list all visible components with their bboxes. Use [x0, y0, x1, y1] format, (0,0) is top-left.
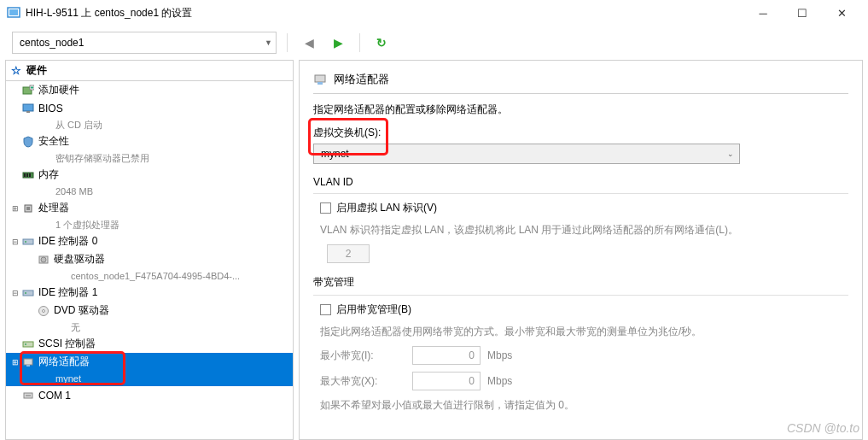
- vlan-enable-checkbox[interactable]: [320, 202, 331, 214]
- nic-icon: [21, 355, 35, 369]
- sidebar-item-com[interactable]: COM 1: [6, 386, 293, 404]
- sidebar-item-dvd[interactable]: DVD 驱动器: [6, 302, 293, 320]
- hardware-icon: ☆: [11, 64, 21, 77]
- nic-icon: [313, 73, 327, 86]
- svg-point-29: [29, 395, 31, 396]
- svg-rect-22: [23, 342, 33, 347]
- sidebar-item-sublabel: 无: [6, 320, 293, 335]
- sidebar-item-cpu[interactable]: ⊞处理器: [6, 199, 293, 217]
- virtual-switch-label: 虚拟交换机(S):: [313, 126, 848, 140]
- vm-selector[interactable]: centos_node1 ▼: [12, 32, 277, 54]
- separator: [313, 193, 848, 194]
- vlan-id-input[interactable]: 2: [327, 244, 370, 263]
- panel-title: 网络适配器: [334, 72, 389, 87]
- vlan-group-title: VLAN ID: [313, 176, 848, 188]
- sidebar-item-sublabel: 从 CD 启动: [6, 117, 293, 132]
- min-bandwidth-input[interactable]: 0: [412, 346, 481, 365]
- sidebar-item-label: 内存: [38, 167, 59, 182]
- tree-expander[interactable]: ⊞: [9, 204, 21, 213]
- sidebar-item-ide[interactable]: ⊟IDE 控制器 0: [6, 232, 293, 250]
- separator: [313, 93, 848, 94]
- virtual-switch-select[interactable]: mynet ⌄: [313, 144, 740, 164]
- separator: [359, 33, 360, 52]
- sidebar-item-ram[interactable]: 内存: [6, 166, 293, 184]
- separator: [313, 295, 848, 296]
- sidebar-item-shield[interactable]: 安全性: [6, 132, 293, 150]
- ram-icon: [21, 168, 35, 182]
- sidebar-item-label: IDE 控制器 0: [38, 234, 97, 249]
- monitor-icon: [21, 102, 35, 115]
- svg-rect-9: [24, 173, 26, 177]
- max-bandwidth-input[interactable]: 0: [412, 372, 481, 390]
- panel-description: 指定网络适配器的配置或移除网络适配器。: [313, 103, 848, 117]
- sidebar-item-label: COM 1: [38, 390, 71, 402]
- watermark: CSDN @to.to: [787, 421, 859, 435]
- virtual-switch-value: mynet: [321, 148, 349, 160]
- svg-rect-14: [23, 239, 33, 244]
- sidebar-item-label: 安全性: [38, 134, 69, 149]
- sidebar-item-monitor[interactable]: BIOS: [6, 99, 293, 117]
- sidebar-item-label: 硬盘驱动器: [54, 252, 105, 267]
- sidebar-header-label: 硬件: [26, 63, 47, 78]
- sidebar-item-label: DVD 驱动器: [54, 303, 109, 318]
- window-title: HIH-L-9511 上 centos_node1 的设置: [26, 6, 743, 21]
- svg-rect-24: [24, 359, 32, 365]
- minimize-button[interactable]: ─: [743, 0, 783, 26]
- svg-point-19: [25, 292, 26, 294]
- sidebar-item-label: BIOS: [38, 103, 63, 114]
- sidebar-item-label: 添加硬件: [38, 83, 79, 97]
- svg-point-28: [27, 395, 29, 396]
- refresh-button[interactable]: ↻: [370, 32, 393, 54]
- bandwidth-group-title: 带宽管理: [313, 275, 848, 290]
- sidebar-item-sublabel: 2048 MB: [6, 184, 293, 199]
- close-button[interactable]: ✕: [822, 0, 861, 26]
- ide-icon: [21, 286, 35, 300]
- bandwidth-enable-label: 启用带宽管理(B): [336, 302, 411, 317]
- vm-selector-value: centos_node1: [20, 37, 84, 49]
- svg-rect-30: [315, 75, 325, 82]
- next-button[interactable]: ▶: [327, 32, 349, 54]
- sidebar-item-ide[interactable]: ⊟IDE 控制器 1: [6, 284, 293, 302]
- svg-rect-6: [23, 104, 33, 111]
- svg-rect-11: [29, 173, 31, 177]
- scsi-icon: [21, 337, 35, 351]
- max-bandwidth-label: 最大带宽(X):: [320, 374, 405, 389]
- vlan-help-text: VLAN 标识符指定虚拟 LAN，该虚拟机将此 LAN 用于通过此网络适配器的所…: [313, 222, 848, 238]
- unit-label: Mbps: [487, 349, 512, 361]
- svg-rect-31: [317, 82, 323, 85]
- hardware-sidebar: ☆ 硬件 添加硬件BIOS从 CD 启动安全性密钥存储驱动器已禁用内存2048 …: [5, 60, 294, 440]
- sidebar-item-label: 处理器: [38, 201, 69, 215]
- cpu-icon: [21, 202, 35, 215]
- main-panel: 网络适配器 指定网络适配器的配置或移除网络适配器。 虚拟交换机(S): myne…: [299, 60, 863, 440]
- svg-point-15: [25, 241, 26, 243]
- footer-hint: 如果不希望对最小值或最大值进行限制，请指定值为 0。: [313, 397, 848, 413]
- sidebar-item-scsi[interactable]: SCSI 控制器: [6, 335, 293, 353]
- chevron-down-icon: ▼: [265, 38, 272, 47]
- sidebar-item-add[interactable]: 添加硬件: [6, 81, 293, 99]
- unit-label: Mbps: [487, 375, 512, 387]
- svg-point-21: [43, 309, 45, 312]
- svg-rect-25: [26, 365, 30, 367]
- chevron-down-icon: ⌄: [727, 150, 734, 158]
- bandwidth-enable-checkbox[interactable]: [320, 304, 331, 315]
- tree-expander[interactable]: ⊟: [9, 238, 21, 246]
- tree-expander[interactable]: ⊞: [9, 358, 21, 367]
- tree-expander[interactable]: ⊟: [9, 289, 21, 297]
- svg-point-23: [25, 343, 26, 345]
- vlan-enable-label: 启用虚拟 LAN 标识(V): [336, 201, 437, 215]
- shield-icon: [21, 135, 35, 149]
- sidebar-item-sublabel: 密钥存储驱动器已禁用: [6, 150, 293, 166]
- maximize-button[interactable]: ☐: [783, 0, 822, 26]
- sidebar-item-label: SCSI 控制器: [38, 337, 96, 351]
- sidebar-item-hdd[interactable]: 硬盘驱动器: [6, 250, 293, 268]
- prev-button[interactable]: ◀: [298, 32, 320, 54]
- ide-icon: [21, 235, 35, 249]
- com-icon: [21, 389, 35, 402]
- sidebar-item-label: IDE 控制器 1: [38, 285, 97, 300]
- hdd-icon: [37, 253, 50, 267]
- sidebar-item-sublabel: centos_node1_F475A704-4995-4BD4-...: [6, 268, 293, 284]
- dvd-icon: [37, 304, 50, 318]
- svg-rect-13: [26, 207, 30, 210]
- bandwidth-help-text: 指定此网络适配器使用网络带宽的方式。最小带宽和最大带宽的测量单位为兆位/秒。: [313, 324, 848, 339]
- sidebar-item-nic[interactable]: ⊞网络适配器: [6, 353, 293, 371]
